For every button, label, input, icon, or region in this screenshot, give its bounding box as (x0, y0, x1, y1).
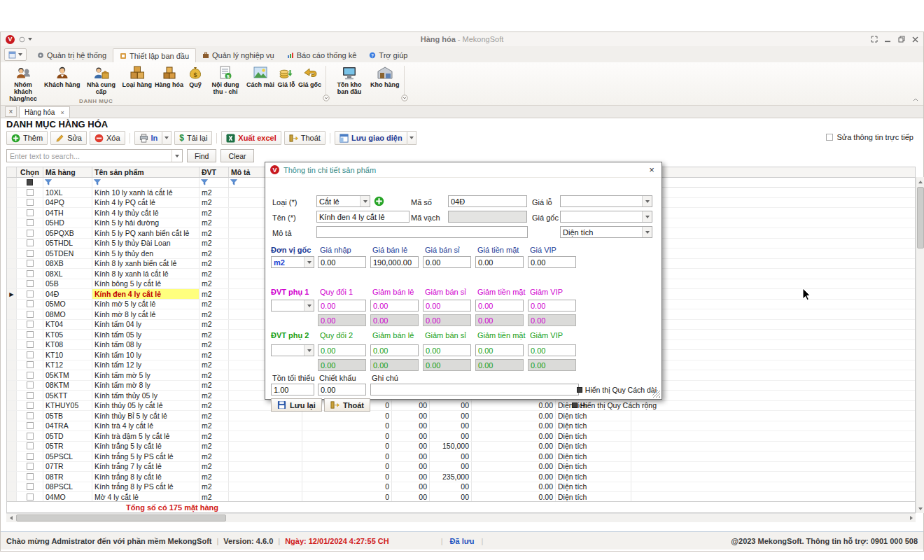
table-row[interactable]: KTHUY05Kính thủy 05 ly cắt lẻm2000000.00… (7, 401, 915, 412)
dialog-title-bar[interactable]: V Thông tin chi tiết sản phẩm × (265, 162, 662, 178)
row-select-cell[interactable] (17, 401, 43, 411)
row-select-cell[interactable] (17, 381, 43, 391)
row-checkbox[interactable] (27, 270, 34, 277)
combo-arrow[interactable] (304, 345, 314, 356)
dialog-save-button[interactable]: Lưu lại (271, 398, 322, 412)
group-expand-button[interactable] (323, 94, 330, 103)
row-checkbox[interactable] (27, 189, 34, 196)
horizontal-scrollbar[interactable] (6, 513, 916, 522)
row-checkbox[interactable] (27, 260, 34, 267)
column-header-ma-hang[interactable]: Mã hàng (43, 167, 92, 177)
unit-combo[interactable] (271, 300, 314, 312)
scroll-down-button[interactable] (916, 504, 924, 513)
ribbon-item-grind[interactable]: Cách mài (245, 64, 276, 90)
combo-arrow[interactable] (360, 196, 370, 206)
row-select-cell[interactable] (17, 482, 43, 492)
row-checkbox[interactable] (27, 442, 34, 449)
row-select-cell[interactable] (17, 391, 43, 400)
price-input[interactable]: 190,000.00 (370, 256, 419, 268)
row-checkbox[interactable] (27, 331, 34, 338)
ribbon-item-customer[interactable]: Khách hàng (43, 64, 82, 90)
reload-button[interactable]: $ Tải lại (174, 131, 212, 145)
resize-grip[interactable] (652, 390, 660, 398)
tab-bao-cao-thong-ke[interactable]: Báo cáo thống kê (281, 48, 363, 62)
row-checkbox[interactable] (27, 250, 34, 257)
dialog-exit-button[interactable]: Thoát (324, 398, 370, 412)
row-select-cell[interactable] (17, 239, 43, 248)
chiet-khau-input[interactable] (318, 384, 366, 396)
row-select-cell[interactable] (17, 370, 43, 380)
select-all-checkbox[interactable] (27, 179, 33, 186)
close-button[interactable] (912, 36, 918, 43)
table-row[interactable]: 08TRKính trắng 8 ly cắt lẻm2000235,0000.… (7, 472, 915, 482)
doc-tab-hang-hoa[interactable]: Hàng hóa × (19, 106, 70, 118)
scroll-up-button[interactable] (916, 177, 924, 186)
row-select-cell[interactable] (17, 360, 43, 370)
ribbon-item-initial-stock[interactable]: Tồn kho ban đầu (330, 64, 369, 97)
row-select-cell[interactable] (17, 279, 43, 289)
ghi-chu-input[interactable] (370, 384, 579, 396)
group-expand-button[interactable] (401, 94, 408, 103)
ribbon-item-customers-group[interactable]: Nhóm khách hàng/ncc (4, 64, 43, 104)
row-checkbox[interactable] (27, 483, 34, 490)
tab-quan-tri-he-thong[interactable]: Quản trị hệ thống (31, 48, 113, 62)
filter-cell-ten[interactable] (92, 178, 200, 187)
ribbon-item-receipt[interactable]: $Nội dung thu - chi (206, 64, 245, 97)
print-button[interactable]: In (134, 131, 163, 145)
vertical-scrollbar[interactable] (916, 177, 924, 513)
column-header-dvt[interactable]: ĐVT (200, 167, 229, 177)
price-input[interactable]: 0.00 (475, 256, 524, 268)
add-button[interactable]: Thêm (6, 131, 48, 145)
edit-direct-checkbox[interactable] (826, 134, 833, 141)
filter-icon[interactable] (45, 179, 52, 186)
row-checkbox[interactable] (27, 341, 34, 348)
edit-direct-checkbox-group[interactable]: Sửa thông tin trực tiếp (826, 133, 913, 141)
ribbon-item-goods[interactable]: Hàng hóa (153, 64, 185, 90)
row-select-cell[interactable] (17, 248, 43, 258)
print-dropdown-button[interactable] (162, 131, 172, 145)
row-checkbox[interactable] (27, 209, 34, 216)
price-input[interactable]: 0.00 (475, 344, 524, 356)
row-select-cell[interactable] (17, 431, 43, 441)
vertical-scrollbar-thumb[interactable] (917, 187, 924, 248)
save-layout-dropdown[interactable] (407, 131, 416, 145)
row-checkbox[interactable] (27, 290, 34, 298)
close-tab-icon[interactable]: × (60, 109, 64, 116)
table-row[interactable]: 08PSCLKính trắng 8 ly PS cắt lẻm2000000.… (7, 482, 915, 493)
filter-icon[interactable] (201, 179, 208, 186)
filter-cell-dvt[interactable] (200, 178, 229, 187)
row-select-cell[interactable] (17, 218, 43, 228)
edit-button[interactable]: Sửa (50, 131, 87, 145)
tab-tro-giup[interactable]: ? Trợ giúp (363, 48, 414, 62)
dvt-type-combo[interactable]: Diện tích (560, 226, 652, 238)
row-checkbox[interactable] (27, 199, 34, 206)
row-select-cell[interactable] (17, 228, 43, 238)
price-input[interactable]: 0.00 (318, 300, 366, 312)
row-select-cell[interactable] (17, 472, 43, 482)
scroll-left-button[interactable] (6, 514, 15, 522)
search-dropdown[interactable] (172, 150, 182, 162)
row-select-cell[interactable] (17, 259, 43, 269)
row-select-cell[interactable] (17, 421, 43, 431)
delete-button[interactable]: Xóa (90, 131, 125, 145)
show-quy-cach-rong-checkbox-group[interactable]: Hiển thị Quy Cách rộng (572, 401, 657, 410)
row-checkbox[interactable] (27, 392, 34, 399)
row-select-cell[interactable] (17, 289, 43, 299)
ribbon-item-warehouse[interactable]: Kho hàng (369, 64, 401, 90)
row-select-cell[interactable] (17, 300, 43, 309)
tab-quan-ly-nghiep-vu[interactable]: Quản lý nghiệp vụ (196, 48, 281, 62)
column-header-ten-san-pham[interactable]: Tên sản phẩm (92, 167, 200, 177)
row-checkbox[interactable] (27, 230, 34, 237)
gia-lo-combo[interactable] (560, 195, 652, 207)
save-layout-button[interactable]: Lưu giao diện (335, 131, 407, 145)
price-input[interactable]: 0.00 (423, 344, 471, 356)
row-select-cell[interactable] (17, 340, 43, 350)
row-checkbox[interactable] (27, 280, 34, 287)
row-checkbox[interactable] (27, 463, 34, 470)
filter-cell-ma-hang[interactable] (43, 178, 92, 187)
filter-cell-chon[interactable] (17, 178, 43, 187)
ribbon-item-price-loss[interactable]: Giá lỗ (276, 64, 297, 90)
ten-input[interactable] (316, 211, 410, 223)
table-row[interactable]: 04TRAKính trà 4 ly cắt lẻm2000000.00Diện… (7, 421, 915, 432)
price-input[interactable]: 0.00 (318, 344, 366, 356)
